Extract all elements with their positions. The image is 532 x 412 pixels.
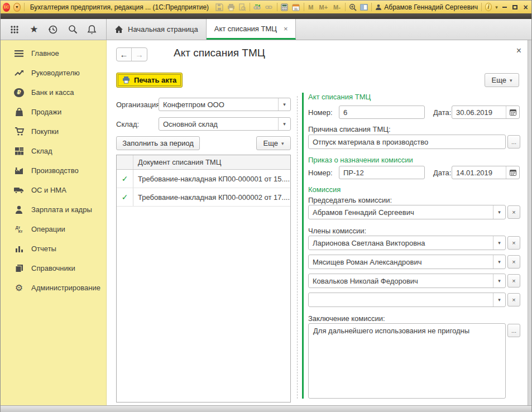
trend-chart-icon [14,68,24,78]
warehouse-select[interactable]: Основной склад ▾ [159,117,291,131]
sidebar-item-bank-i-kassa[interactable]: ₽ Банк и касса [1,83,106,102]
order-date-input[interactable]: 14.01.2019 [452,166,520,179]
shopping-bag-icon [14,107,24,117]
sidebar-item-zarplata-i-kadry[interactable]: Зарплата и кадры [1,200,106,219]
printer-icon [122,76,130,84]
reason-ellipsis-button[interactable]: ... [507,135,520,148]
sidebar-item-os-i-nma[interactable]: ОС и НМА [1,180,106,200]
forward-button[interactable]: → [132,48,147,61]
split-window-icon[interactable] [360,3,368,12]
sidebar-item-otchety[interactable]: Отчеты [1,239,106,258]
check-icon[interactable]: ✓ [122,174,128,183]
maximize-button[interactable] [511,3,519,11]
form-area: ← → Акт списания ТМЦ × Печать акта Еще▾ … [107,40,531,405]
act-number-input[interactable]: 6 [339,106,425,119]
sidebar-item-label: Покупки [31,127,59,136]
chevron-down-icon[interactable]: ▾ [493,205,505,219]
document-cell: Требование-накладная КП00-000002 от 17..… [133,193,290,202]
member-3-clear-button[interactable]: × [507,274,520,288]
tab-act-spisaniya[interactable]: Акт списания ТМЦ × [207,19,296,40]
close-window-button[interactable]: × [522,3,529,11]
sidebar-item-glavnoe[interactable]: Главное [1,44,106,63]
person-icon [14,205,24,215]
chevron-down-icon[interactable]: ▾ [493,274,505,288]
sidebar-item-spravochniki[interactable]: Справочники [1,258,106,278]
history-icon[interactable] [47,23,59,36]
organization-value: Конфетпром ООО [159,100,278,109]
act-date-input[interactable]: 30.06.2019 [452,106,520,119]
memory-m-plus-button[interactable]: M+ [318,4,329,11]
print-preview-icon[interactable] [238,3,246,12]
sidebar-item-pokupki[interactable]: Покупки [1,122,106,141]
main-menu-button[interactable]: ▾ [13,3,21,12]
go-to-link-icon[interactable] [265,3,274,12]
chevron-down-icon[interactable]: ▾ [278,118,290,130]
sidebar-item-operacii[interactable]: ДтКт Операции [1,219,106,239]
print-icon[interactable] [227,3,234,12]
members-label: Члены комиссии: [308,227,366,235]
sections-menu-icon[interactable] [8,23,21,36]
current-user[interactable]: Абрамов Геннадий Сергеевич [375,3,478,11]
memory-m-button[interactable]: M [307,4,314,11]
get-link-icon[interactable] [253,3,262,12]
sidebar-item-proizvodstvo[interactable]: Производство [1,161,106,180]
tab-bar: ★ Начальная страница Акт списания ТМЦ × [1,19,531,40]
minimize-button[interactable] [501,3,509,11]
table-row[interactable]: ✓ Требование-накладная КП00-000002 от 17… [117,188,290,207]
memory-m-minus-button[interactable]: M- [332,4,342,11]
chevron-down-icon: ▾ [16,4,18,9]
member-select-2[interactable]: Мясищев Роман Александрович ▾ [308,255,506,269]
title-bar: 1С ▾ Бухгалтерия предприятия, редакция .… [1,1,531,13]
member-1-clear-button[interactable]: × [507,236,520,250]
member-select-1[interactable]: Ларионова Светлана Викторовна ▾ [308,236,506,250]
print-act-button[interactable]: Печать акта [116,73,183,88]
chairman-clear-button[interactable]: × [507,205,520,219]
table-row[interactable]: ✓ Требование-накладная КП00-000001 от 15… [117,170,290,188]
calculator-icon[interactable] [281,3,289,12]
member-select-4[interactable]: ▾ [308,293,506,307]
chairman-label: Председатель комиссии: [308,196,392,204]
conclusion-ellipsis-button[interactable]: ... [507,324,520,337]
chairman-select[interactable]: Абрамов Геннадий Сергеевич ▾ [308,205,506,219]
reason-input[interactable]: Отпуск материала в производство [308,135,506,149]
member-4-clear-button[interactable]: × [507,293,520,306]
check-icon[interactable]: ✓ [122,193,128,202]
chevron-down-icon[interactable]: ▾ [495,4,498,10]
tab-close-icon[interactable]: × [284,25,288,33]
print-act-label: Печать акта [134,76,176,84]
search-icon[interactable] [66,23,79,36]
divider [371,3,372,11]
tab-home[interactable]: Начальная страница [107,19,207,40]
more-button-list[interactable]: Еще▾ [256,136,291,150]
sidebar-item-administrirovanie[interactable]: ⚙ Администрирование [1,278,106,298]
sidebar-item-sklad[interactable]: Склад [1,141,106,161]
calendar-icon[interactable] [506,106,519,118]
sidebar-item-label: Главное [31,49,59,58]
chevron-down-icon[interactable]: ▾ [493,236,505,250]
calendar-icon[interactable] [506,166,519,179]
document-cell: Требование-накладная КП00-000001 от 15..… [133,175,290,183]
document-column-header: Документ списания ТМЦ [133,158,221,166]
chevron-down-icon[interactable]: ▾ [493,293,505,306]
member-2-clear-button[interactable]: × [507,255,520,269]
zoom-icon[interactable] [349,3,357,12]
favorites-star-icon[interactable]: ★ [28,23,40,36]
info-icon[interactable]: i [485,3,492,11]
titlebar-shadow-strip [1,13,531,19]
fill-for-period-button[interactable]: Заполнить за период [116,136,200,150]
order-number-input[interactable]: ПР-12 [339,166,425,179]
back-button[interactable]: ← [117,48,132,61]
conclusion-textarea[interactable]: Для дальнейшего использования не пригодн… [308,323,506,399]
save-icon[interactable] [215,3,223,12]
calendar-icon[interactable]: 31 [292,3,300,12]
sidebar-item-prodazhi[interactable]: Продажи [1,102,106,122]
chevron-down-icon[interactable]: ▾ [493,255,505,269]
svg-text:31: 31 [294,7,298,10]
panel-splitter[interactable] [297,96,298,399]
member-select-3[interactable]: Ковальков Николай Федорович ▾ [308,274,506,288]
chevron-down-icon[interactable]: ▾ [278,98,290,111]
sidebar-item-rukovoditelyu[interactable]: Руководителю [1,63,106,83]
gear-icon: ⚙ [14,283,24,293]
organization-select[interactable]: Конфетпром ООО ▾ [159,98,291,111]
notifications-bell-icon[interactable] [86,23,98,36]
